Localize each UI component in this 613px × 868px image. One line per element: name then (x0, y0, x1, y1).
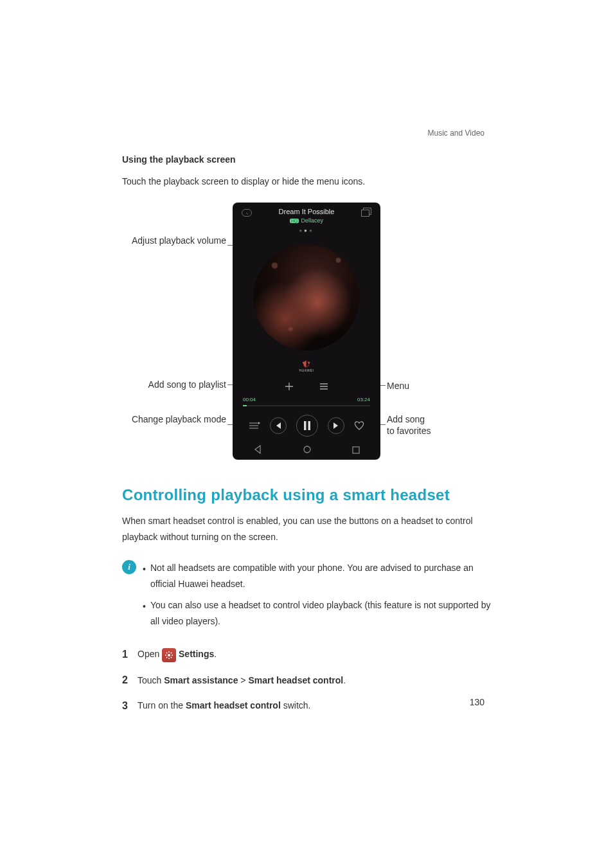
page-dots: ●●● (233, 228, 380, 233)
queue-icon[interactable] (361, 208, 371, 217)
section-intro: When smart headset control is enabled, y… (122, 513, 491, 545)
svg-rect-3 (353, 447, 359, 453)
favorite-icon[interactable] (354, 421, 364, 430)
eq-icon[interactable]: ∿ (242, 209, 252, 217)
track-title: Dream It Possible (233, 208, 380, 215)
step-1: 1 Open Settings. (122, 646, 491, 663)
chapter-label: Music and Video (428, 129, 485, 138)
callout-volume: Adjust playback volume (130, 235, 226, 246)
step-2: 2 Touch Smart assistance > Smart headset… (122, 672, 491, 689)
hq-badge: HQ (290, 219, 299, 223)
info-icon: i (122, 560, 136, 574)
svg-line-11 (166, 657, 167, 658)
svg-point-2 (304, 446, 310, 453)
svg-rect-0 (304, 421, 306, 430)
back-nav-icon[interactable] (253, 445, 262, 457)
steps-list: 1 Open Settings. 2 Touch Smart assistanc… (122, 646, 491, 714)
time-elapsed: 00:04 (243, 397, 256, 402)
info-bullet-1: •Not all headsets are compatible with yo… (143, 560, 491, 592)
svg-rect-1 (308, 421, 311, 430)
album-art[interactable] (254, 244, 360, 350)
playback-mode-icon[interactable] (249, 421, 260, 430)
svg-line-10 (171, 657, 172, 658)
track-subtitle: HQDellacey (233, 217, 380, 224)
phone-screenshot: ∿ Dream It Possible HQDellacey ●●● HUAWE… (233, 203, 380, 460)
callout-favorites: Add songto favorites (387, 413, 431, 437)
recent-nav-icon[interactable] (352, 445, 360, 457)
progress-bar[interactable] (243, 405, 370, 406)
artist-name: Dellacey (301, 217, 323, 224)
svg-line-9 (166, 653, 167, 653)
callout-menu: Menu (387, 380, 409, 392)
settings-icon (162, 648, 176, 662)
add-to-playlist-icon[interactable] (285, 382, 294, 391)
android-navbar (233, 442, 380, 460)
previous-track-button[interactable] (270, 417, 287, 434)
home-nav-icon[interactable] (303, 445, 312, 457)
subheading: Using the playback screen (122, 154, 491, 165)
play-pause-button[interactable] (296, 415, 318, 437)
playback-figure: Adjust playback volume Add song to playl… (122, 203, 491, 463)
svg-point-4 (168, 654, 170, 656)
info-bullet-2: •You can also use a headset to control v… (143, 597, 491, 629)
svg-line-12 (171, 653, 172, 653)
next-track-button[interactable] (328, 417, 344, 434)
callout-change-mode: Change playback mode (123, 413, 226, 425)
brand-logo: HUAWEI (299, 360, 314, 372)
page-number: 130 (470, 697, 484, 707)
section-heading: Controlling playback using a smart heads… (122, 486, 491, 504)
menu-icon[interactable] (319, 382, 328, 391)
intro-text: Touch the playback screen to display or … (122, 174, 491, 190)
callout-add-playlist: Add song to playlist (123, 379, 226, 390)
info-block: i •Not all headsets are compatible with … (122, 560, 491, 635)
step-3: 3 Turn on the Smart headset control swit… (122, 698, 491, 714)
time-total: 03:24 (357, 397, 370, 402)
